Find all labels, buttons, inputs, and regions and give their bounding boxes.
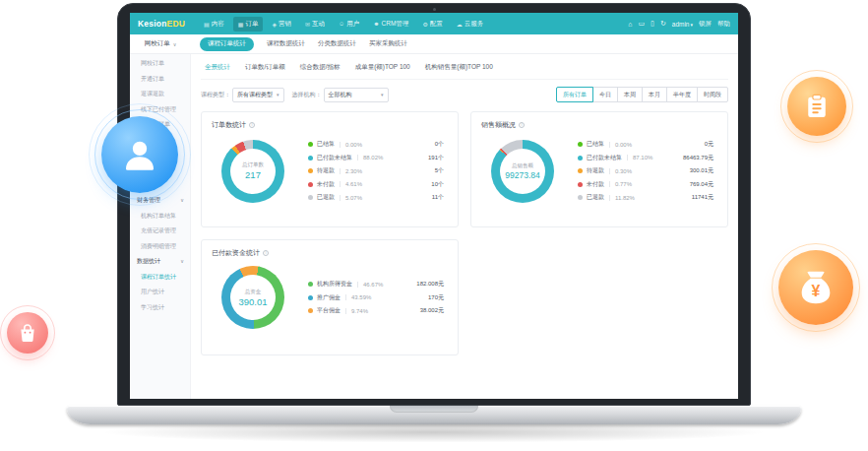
chart-legend: 已结算0.00%0个 已付款未结算88.02%191个 待退款2.30%5个 未… (308, 138, 444, 205)
donut-center-value: 99273.84 (505, 170, 539, 180)
range-halfyear-button[interactable]: 半年度 (666, 87, 698, 102)
interaction-icon: ✉ (305, 21, 310, 28)
money-bag-bubble: ¥ (778, 250, 853, 325)
range-week-button[interactable]: 本周 (617, 87, 643, 102)
legend-value: 0个 (435, 140, 444, 149)
shopping-bag-bubble (7, 312, 48, 354)
legend-percent: 46.67% (363, 282, 383, 288)
sidebar-item-user-stats[interactable]: 用户统计 (130, 285, 190, 300)
sidebar-item-learning-stats[interactable]: 学习统计 (130, 300, 190, 316)
nav-item-cloud[interactable]: ☁云服务 (452, 17, 489, 32)
tab-composite-metrics[interactable]: 综合数据/指标 (300, 63, 341, 72)
legend-row: 已付款未结算87.10%86463.79元 (578, 152, 713, 165)
nav-item-content[interactable]: ▤内容 (199, 17, 229, 32)
home-icon[interactable]: ⌂ (628, 21, 632, 28)
chevron-down-icon (180, 193, 184, 209)
legend-dot (308, 182, 313, 187)
legend-row: 已结算0.00%0元 (578, 138, 713, 152)
sidebar-item-consumption-detail[interactable]: 消费明细管理 (130, 239, 190, 255)
legend-dot (308, 308, 313, 313)
refresh-icon[interactable]: ↻ (660, 20, 666, 28)
tab-course-data-stats[interactable]: 课程数据统计 (267, 39, 305, 48)
legend-divider (609, 195, 610, 201)
settings-icon: ⚙ (422, 21, 427, 28)
sidebar-group-data-stats[interactable]: 数据统计 (130, 254, 190, 270)
org-select[interactable]: 全部机构▾ (324, 88, 389, 102)
tab-top100-org-sales[interactable]: 机构销售量(额)TOP 100 (425, 63, 493, 72)
user-menu[interactable]: admin (672, 21, 693, 28)
card-order-count: 订单数统计i 总订单数 217 已结算0.00%0个 已付款未结算88.02%1… (201, 111, 459, 227)
legend-value: 769.04元 (690, 180, 713, 189)
nav-item-users[interactable]: ☺用户 (334, 17, 364, 32)
course-type-filter-label: 课程类型： (201, 91, 230, 99)
legend-label: 平台佣金 (317, 306, 341, 315)
sidebar-item-recharge-records[interactable]: 充值记录管理 (130, 224, 190, 239)
tab-order-count-amount[interactable]: 订单数/订单额 (245, 63, 285, 72)
sidebar-item-open-orders[interactable]: 开通订单 (130, 72, 190, 88)
tab-category-data-stats[interactable]: 分类数据统计 (318, 39, 356, 48)
tab-panorama-stats[interactable]: 全景统计 (205, 63, 230, 72)
legend-row: 未付款0.77%769.04元 (578, 178, 713, 192)
legend-dot (308, 156, 313, 161)
card-sales-amount: 销售额概况i 总销售额 99273.84 已结算0.00%0元 已付款未结算87… (470, 111, 728, 227)
legend-value: 182.008元 (416, 280, 444, 289)
legend-label: 已退款 (587, 193, 604, 202)
sidebar-item-refund-orders[interactable]: 退课退款 (130, 87, 190, 102)
legend-row: 待退款2.30%5个 (308, 164, 444, 178)
legend-percent: 43.59% (351, 294, 371, 300)
card-title: 已付款资金统计i (212, 248, 448, 258)
tab-buyer-purchase-stats[interactable]: 买家采购统计 (369, 39, 407, 48)
range-custom-button[interactable]: 时间段 (697, 87, 728, 102)
mobile-icon[interactable]: ▯ (651, 20, 654, 28)
user-icon: ☺ (339, 21, 344, 27)
info-icon[interactable]: i (263, 250, 269, 256)
info-icon[interactable]: i (249, 122, 255, 128)
legend-label: 已结算 (587, 140, 604, 149)
legend-percent: 88.02% (363, 155, 383, 161)
nav-menu: ▤内容 ▦订单 ◈营销 ✉互动 ☺用户 ☻CRM管理 ⚙配置 ☁云服务 (199, 17, 628, 32)
legend-value: 38.002元 (420, 306, 444, 315)
legend-dot (308, 195, 313, 200)
course-type-value: 所有课程类型 (237, 91, 273, 99)
chevron-down-icon: ▾ (381, 92, 384, 97)
nav-item-label: 用户 (346, 20, 359, 29)
nav-item-marketing[interactable]: ◈营销 (267, 17, 296, 32)
legend-value: 86463.79元 (683, 154, 713, 162)
laptop-shadow (89, 421, 779, 443)
legend-label: 已结算 (317, 140, 335, 149)
legend-divider (609, 181, 610, 187)
legend-percent: 0.00% (615, 142, 632, 148)
sidebar-item-school-orders[interactable]: 网校订单 (130, 56, 190, 72)
legend-row: 已结算0.00%0个 (308, 138, 444, 152)
sidebar-item-course-order-stats[interactable]: 课程订单统计 (130, 270, 190, 286)
desktop-icon[interactable]: ▭ (638, 20, 645, 28)
legend-divider (345, 308, 346, 314)
chevron-down-icon: ▾ (277, 92, 279, 97)
hero-illustration: KesionEDU ▤内容 ▦订单 ◈营销 ✉互动 ☺用户 ☻CRM管理 ⚙配置… (0, 0, 868, 451)
marketing-icon: ◈ (272, 21, 277, 28)
range-month-button[interactable]: 本月 (642, 87, 667, 102)
tab-course-order-stats[interactable]: 课程订单统计 (200, 37, 254, 51)
range-today-button[interactable]: 今日 (592, 87, 618, 102)
donut-center-value: 217 (245, 169, 261, 180)
legend-label: 未付款 (317, 180, 335, 189)
nav-item-label: 配置 (430, 20, 443, 29)
info-icon[interactable]: i (519, 122, 525, 128)
nav-item-interaction[interactable]: ✉互动 (300, 17, 330, 32)
sidebar-item-org-settlement[interactable]: 机构订单结算 (130, 209, 190, 225)
main-content: 全景统计 订单数/订单额 综合数据/指标 成单量(额)TOP 100 机构销售量… (191, 54, 738, 399)
range-all-orders-button[interactable]: 所有订单 (556, 87, 593, 102)
legend-dot (578, 142, 583, 147)
course-type-select[interactable]: 所有课程类型▾ (232, 88, 284, 102)
legend-row: 已退款11.82%11741元 (578, 191, 713, 205)
nav-item-crm[interactable]: ☻CRM管理 (368, 17, 413, 32)
lock-screen-link[interactable]: 锁屏 (699, 20, 712, 29)
nav-item-settings[interactable]: ⚙配置 (417, 17, 447, 32)
help-link[interactable]: 帮助 (717, 20, 730, 29)
sidebar-module-select[interactable]: 网校订单 (130, 34, 191, 53)
chart-legend: 已结算0.00%0元 已付款未结算87.10%86463.79元 待退款0.30… (578, 138, 713, 205)
tab-top100-deals[interactable]: 成单量(额)TOP 100 (355, 63, 410, 72)
nav-item-orders[interactable]: ▦订单 (233, 17, 264, 32)
filter-toolbar: 课程类型： 所有课程类型▾ 选择机构： 全部机构▾ 所有订单 今日 本周 本月 … (201, 87, 728, 102)
legend-row: 待退款0.30%300.01元 (578, 164, 713, 178)
